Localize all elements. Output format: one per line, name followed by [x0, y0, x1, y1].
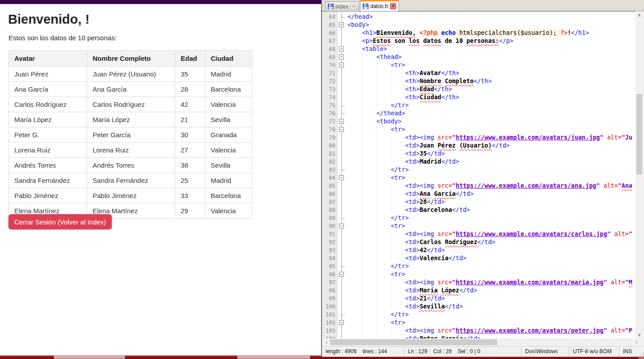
indent-guide [347, 263, 362, 270]
line-number: 78 [322, 126, 338, 134]
code-line: 69 <thead> [322, 53, 636, 61]
fold-guide [338, 214, 345, 222]
code-token: Valencia [419, 255, 449, 262]
indent-guide [362, 231, 376, 237]
code-token: </p> [499, 38, 513, 44]
vertical-scrollbar[interactable]: ∧ ∨ [636, 11, 643, 338]
fold-collapse-box-icon[interactable] [339, 22, 344, 27]
fold-collapse-box-icon[interactable] [339, 46, 344, 51]
line-number: 66 [322, 29, 338, 37]
tab-close-icon[interactable]: ✕ [350, 4, 356, 10]
fold-toggle-icon[interactable] [338, 118, 345, 126]
indent-guide [362, 110, 376, 117]
fold-collapse-box-icon[interactable] [339, 224, 344, 228]
fold-collapse-box-icon[interactable] [339, 272, 344, 277]
tab-datos-html[interactable]: datos.html✕ [360, 0, 399, 11]
indent-guide [391, 190, 405, 197]
code-text: <th>Edad</th> [345, 85, 636, 93]
code-token: <td> [405, 199, 419, 205]
code-token [438, 287, 441, 294]
table-cell: Valencia [205, 143, 252, 158]
fold-collapse-box-icon[interactable] [339, 320, 344, 325]
notepadpp-window: index.html✕datos.html✕ 64</head>65<body>… [321, 0, 644, 357]
fold-toggle-icon[interactable] [338, 222, 345, 230]
scroll-up-icon[interactable]: ∧ [636, 11, 643, 19]
fold-guide [338, 37, 345, 45]
code-line: 93 <td>42</td> [322, 246, 636, 254]
code-token: <td> [405, 255, 419, 262]
code-token: " [618, 182, 622, 189]
page-title: Bienvenido, ! [8, 12, 89, 27]
code-token: </td> [427, 150, 445, 157]
fold-collapse-box-icon[interactable] [339, 63, 344, 68]
fold-collapse-box-icon[interactable] [339, 127, 344, 132]
fold-toggle-icon[interactable] [338, 21, 345, 29]
code-line: 104 <td>Peter García</td> [322, 335, 636, 338]
table-cell: 27 [175, 143, 205, 158]
code-token: Peter [419, 335, 441, 338]
fold-collapse-box-icon[interactable] [339, 55, 344, 59]
line-number: 81 [322, 150, 338, 158]
code-token: Sevilla [419, 303, 445, 310]
table-cell: Juan Pérez [9, 67, 87, 82]
table-cell: Andrés Torres [87, 158, 175, 173]
status-doc-size: length : 4906 lines : 144 [322, 346, 404, 357]
fold-toggle-icon[interactable] [338, 270, 345, 279]
horizontal-scrollbar-thumb[interactable] [330, 339, 497, 345]
indent-guide [362, 174, 376, 181]
fold-toggle-icon[interactable] [338, 174, 345, 182]
tab-close-icon[interactable]: ✕ [390, 3, 396, 9]
fold-collapse-box-icon[interactable] [339, 175, 344, 180]
code-text: <td>Sevilla</td> [345, 303, 636, 311]
status-cursor-position: Ln : 129 Col : 28 Sel : 0 | 0 [404, 346, 521, 357]
fold-guide [338, 311, 345, 319]
resize-grip-icon[interactable] [638, 346, 644, 357]
code-token: <th> [405, 86, 419, 93]
logout-button[interactable]: Cerrar Sesión (Volver al Index) [8, 214, 112, 229]
table-cell: 29 [175, 203, 205, 219]
code-line: 89 </tr> [322, 214, 636, 222]
fold-toggle-icon[interactable] [338, 53, 345, 61]
indent-guide [377, 102, 391, 109]
fold-toggle-icon[interactable] [338, 126, 345, 134]
code-token: García [441, 335, 463, 338]
taskbar-button[interactable] [237, 355, 310, 359]
code-line: 71 <th>Avatar</th> [322, 69, 636, 77]
code-token: 42 [419, 247, 427, 253]
code-token: </td> [449, 255, 466, 262]
table-cell: Valencia [205, 97, 252, 112]
code-line: 98 <td>María López</td> [322, 287, 636, 295]
fold-guide [338, 246, 345, 254]
code-token: </tr> [391, 311, 409, 318]
indent-guide [347, 319, 362, 326]
fold-toggle-icon[interactable] [338, 61, 345, 69]
code-token: </td> [477, 239, 495, 245]
code-token: <td><img [405, 231, 438, 237]
code-editor[interactable]: 64</head>65<body>66 <h1>Bienvenido, <?ph… [322, 11, 636, 338]
status-bar: length : 4906 lines : 144 Ln : 129 Col :… [322, 346, 644, 357]
code-token: <td><img [405, 327, 438, 334]
tab-index-html[interactable]: index.html✕ [325, 1, 359, 11]
code-token [430, 190, 434, 197]
scroll-right-icon[interactable]: › [633, 338, 640, 346]
indent-guide [377, 166, 391, 173]
scroll-left-icon[interactable]: ‹ [323, 338, 330, 346]
code-line: 88 <td>Barcelona</td> [322, 206, 636, 214]
code-token: </td> [441, 158, 459, 165]
indent-guide [362, 319, 376, 326]
fold-toggle-icon[interactable] [338, 45, 345, 53]
code-token: src= [438, 279, 452, 286]
code-token: https://www.example.com/avatars/ana.jpg [456, 182, 596, 189]
scroll-down-icon[interactable]: ∨ [636, 331, 643, 338]
fold-toggle-icon[interactable] [338, 319, 345, 327]
taskbar-button[interactable] [54, 355, 125, 359]
code-line: 94 <td>Valencia</td> [322, 254, 636, 262]
code-line: 72 <th>Nombre Completo</th> [322, 77, 636, 85]
code-text: <td>Carlos Rodríguez</td> [345, 238, 636, 246]
vertical-scrollbar-thumb[interactable] [636, 94, 642, 174]
fold-collapse-box-icon[interactable] [339, 119, 344, 124]
code-token: <td> [405, 295, 419, 302]
horizontal-scrollbar[interactable]: ‹ › [322, 338, 644, 346]
fold-guide [338, 142, 345, 150]
code-token: </th> [474, 78, 491, 84]
